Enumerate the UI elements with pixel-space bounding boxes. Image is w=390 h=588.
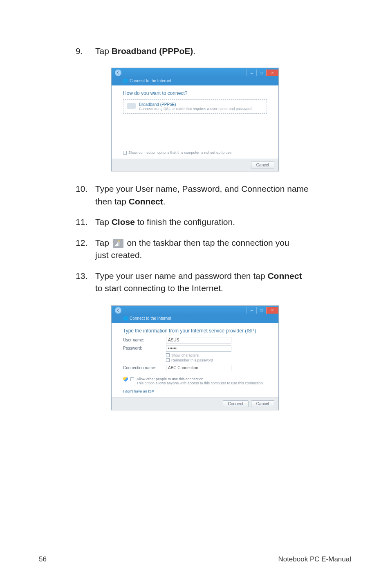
cancel-button[interactable]: Cancel — [251, 400, 274, 407]
broadband-option[interactable]: Broadband (PPPoE) Connect using DSL or c… — [123, 99, 267, 114]
step-text: Tap ✶ on the taskbar then tap the connec… — [95, 237, 351, 262]
step-text: Type your User name, Password, and Conne… — [95, 183, 351, 208]
show-characters-checkbox[interactable]: Show characters — [166, 353, 267, 357]
dialog-heading: Type the information from your Internet … — [123, 328, 267, 334]
svg-text:✶: ✶ — [118, 240, 120, 242]
dialog-subtitle: 🌐Connect to the Internet — [112, 77, 278, 85]
dialog-subtitle: 🌐Connect to the Internet — [112, 315, 278, 323]
svg-rect-2 — [117, 242, 118, 246]
shield-icon — [123, 377, 128, 382]
page-number: 56 — [39, 555, 47, 563]
connect-dialog-1: – □ × 🌐Connect to the Internet How do yo… — [111, 68, 279, 171]
no-isp-link[interactable]: I don't have an ISP — [123, 389, 154, 393]
svg-rect-1 — [116, 244, 117, 246]
step-text: Tap Broadband (PPPoE). — [95, 45, 351, 57]
checkbox-icon — [123, 151, 127, 155]
checkbox-icon — [166, 358, 170, 362]
step-number: 11. — [76, 216, 95, 228]
back-icon[interactable] — [115, 70, 121, 76]
close-icon[interactable]: × — [266, 307, 278, 314]
remember-password-checkbox[interactable]: Remember this password — [166, 358, 267, 362]
maximize-icon[interactable]: □ — [256, 307, 266, 314]
footer-title: Notebook PC E-Manual — [278, 555, 351, 563]
step-number: 12. — [76, 237, 95, 262]
step-number: 10. — [76, 183, 95, 208]
close-icon[interactable]: × — [266, 70, 278, 76]
password-label: Password: — [123, 346, 166, 350]
checkbox-icon[interactable] — [130, 377, 134, 381]
allow-others-label: Allow other people to use this connectio… — [137, 377, 264, 381]
connection-name-field[interactable]: ABC Connection — [166, 365, 231, 371]
maximize-icon[interactable]: □ — [256, 70, 266, 76]
step-number: 9. — [76, 45, 95, 57]
connect-button[interactable]: Connect — [223, 400, 249, 407]
checkbox-icon — [166, 353, 170, 357]
username-field[interactable]: ASUS — [166, 337, 231, 343]
show-options-checkbox[interactable]: Show connection options that this comput… — [123, 150, 267, 155]
step-text: Tap Close to finish the configuration. — [95, 216, 351, 228]
minimize-icon[interactable]: – — [247, 70, 256, 76]
modem-icon — [127, 103, 136, 109]
option-title: Broadband (PPPoE) — [139, 102, 253, 107]
option-subtitle: Connect using DSL or cable that requires… — [139, 107, 253, 111]
network-taskbar-icon[interactable]: ✶ — [113, 239, 123, 248]
dialog-heading: How do you want to connect? — [123, 90, 267, 96]
connection-name-label: Connection name: — [123, 366, 166, 370]
step-number: 13. — [76, 270, 95, 295]
allow-others-desc: This option allows anyone with access to… — [137, 381, 264, 385]
password-field[interactable]: •••••• — [166, 345, 231, 352]
step-text: Type your user name and password then ta… — [95, 270, 351, 295]
back-icon[interactable] — [115, 307, 121, 314]
connect-dialog-2: – □ × 🌐Connect to the Internet Type the … — [111, 305, 279, 410]
minimize-icon[interactable]: – — [247, 307, 256, 314]
username-label: User name: — [123, 338, 166, 342]
svg-rect-0 — [115, 245, 116, 246]
cancel-button[interactable]: Cancel — [251, 162, 274, 168]
